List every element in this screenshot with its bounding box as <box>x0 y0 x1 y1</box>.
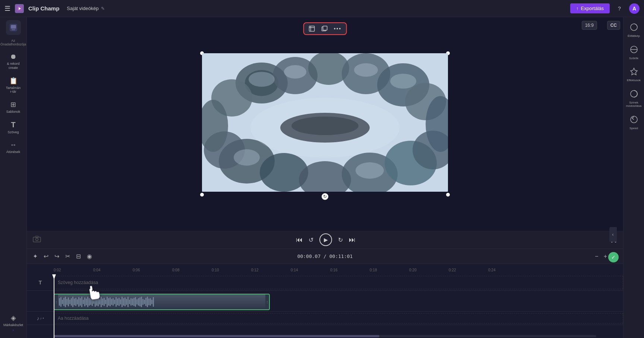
sidebar-item-transitions[interactable]: ↔ Átünések <box>2 138 25 157</box>
text-label: Szöveg <box>7 130 19 134</box>
cc-badge[interactable]: CC <box>607 21 620 30</box>
waveform-bar <box>65 297 66 307</box>
timeline-tracks: T Szöveg hozzáadása ⋮ <box>27 274 623 338</box>
cut-button[interactable]: ✂ <box>64 252 72 261</box>
right-sidebar: Élőlátkép Szűrők Effektusok <box>623 17 644 338</box>
undo-button[interactable]: ↩ <box>42 252 50 261</box>
audio-track-add-label: Aa hozzáadása <box>58 316 89 321</box>
waveform-bar <box>83 300 84 304</box>
waveform-bar <box>68 297 69 306</box>
playback-left <box>33 236 41 244</box>
audio-track-label: ♪ ♪ • <box>27 315 54 321</box>
screenshot-button[interactable] <box>33 236 41 244</box>
clip-handle-right[interactable]: ⋮ <box>265 294 269 309</box>
delete-button[interactable]: ⊟ <box>75 252 82 261</box>
forward-button[interactable]: ↻ <box>338 236 343 243</box>
edit-project-name-icon[interactable]: ✎ <box>101 6 105 11</box>
skip-forward-button[interactable]: ⏭ <box>349 236 356 244</box>
clip-waveform <box>58 294 265 309</box>
timeline-toolbar: ✦ ↩ ↪ ✂ ⊟ ◉ 00:00.07 / 00:11:01 − + ⤢ ✓ <box>27 249 623 264</box>
waveform-bar <box>60 297 61 307</box>
playhead[interactable] <box>54 274 54 338</box>
waveform-bar <box>121 297 123 307</box>
waveform-bars <box>58 294 265 309</box>
sidebar-item-record[interactable]: ⏺ & rekordcreate <box>2 50 25 73</box>
waveform-bar <box>110 297 111 306</box>
handle-bottom-left[interactable] <box>200 193 204 197</box>
menu-icon[interactable]: ☰ <box>4 4 10 13</box>
scrollbar-thumb[interactable] <box>54 335 379 337</box>
effects-icon <box>630 23 638 33</box>
video-canvas <box>202 53 448 192</box>
play-button[interactable]: ▶ <box>319 233 332 246</box>
right-panel-speed[interactable]: Speed <box>625 112 643 133</box>
audio-track-content[interactable]: Aa hozzáadása <box>54 313 623 323</box>
crop-button[interactable] <box>307 25 317 33</box>
help-button[interactable]: ? <box>614 3 625 14</box>
video-preview: 16:9 CC ••• <box>27 17 623 231</box>
export-button[interactable]: ↑ Exportálás <box>570 3 610 13</box>
sidebar-item-templates[interactable]: ⊞ Sablonok <box>2 98 25 117</box>
collapse-panel-button[interactable]: ‹ <box>609 227 617 242</box>
speed-label: Speed <box>629 127 638 130</box>
brand-label: Márkakészlet <box>3 323 23 327</box>
topbar: ☰ Clip Champ Saját videókép ✎ ↑ Exportál… <box>0 0 644 17</box>
transitions-label: Átünések <box>6 150 20 154</box>
waveform-bar <box>120 299 121 304</box>
magic-button[interactable]: ✦ <box>31 252 39 261</box>
sidebar-item-media[interactable] <box>6 20 21 35</box>
rewind-button[interactable]: ↺ <box>309 236 313 243</box>
left-sidebar: Az Ónadathordozója ⏺ & rekordcreate 📋 Ta… <box>0 17 27 338</box>
zoom-out-button[interactable]: − <box>593 252 600 261</box>
redo-button[interactable]: ↪ <box>53 252 61 261</box>
timeline-check: ✓ <box>608 252 619 262</box>
record-icon: ⏺ <box>10 53 17 61</box>
playback-center: ⏮ ↺ ▶ ↻ ⏭ <box>296 233 356 246</box>
sidebar-item-brand[interactable]: ◈ Márkakészlet › <box>2 311 25 335</box>
record-label: & rekordcreate <box>7 62 19 70</box>
playback-controls: ⏮ ↺ ▶ ↻ ⏭ ⛶ <box>27 231 623 249</box>
timeline-scrollbar[interactable] <box>27 334 623 338</box>
zoom-in-button[interactable]: + <box>602 252 609 261</box>
text-track-content[interactable]: Szöveg hozzáadása <box>54 276 623 289</box>
waveform-bar <box>130 298 132 306</box>
project-name[interactable]: Saját videókép ✎ <box>67 6 104 11</box>
avatar[interactable]: A <box>629 3 640 14</box>
waveform-bar <box>74 299 75 305</box>
text-track-add-label: Szöveg hozzáadása <box>58 280 98 285</box>
clip-handle-left[interactable]: ⋮ <box>54 294 58 309</box>
waveform-bar <box>151 300 152 304</box>
waveform-bar <box>69 300 70 304</box>
handle-bottom-right[interactable] <box>446 193 450 197</box>
text-track-label: T <box>27 280 54 286</box>
right-panel-effects[interactable]: Élőlátkép <box>625 20 643 41</box>
svg-rect-3 <box>11 25 16 29</box>
duplicate-button[interactable] <box>320 25 329 33</box>
speed-icon <box>630 115 638 125</box>
waveform-bar <box>92 298 93 306</box>
svg-point-30 <box>249 72 275 87</box>
waveform-bar <box>150 298 151 306</box>
templates-icon: ⊞ <box>10 101 16 109</box>
waveform-bar <box>90 299 91 305</box>
waveform-bar <box>99 299 100 304</box>
waveform-bar <box>126 299 127 305</box>
capture-button[interactable]: ◉ <box>85 252 94 261</box>
sidebar-item-content[interactable]: 📋 Tartalmánr-tár <box>2 74 25 97</box>
waveform-bar <box>117 299 118 305</box>
more-options-button[interactable]: ••• <box>332 25 343 32</box>
aspect-ratio-badge[interactable]: 16:9 <box>582 21 597 30</box>
right-panel-filters[interactable]: Szűrők <box>625 42 643 63</box>
waveform-bar <box>153 297 154 307</box>
right-panel-colors[interactable]: Színekmódosítása <box>625 87 643 111</box>
video-clip[interactable]: ⋮ <box>54 294 270 310</box>
waveform-bar <box>62 300 63 304</box>
filters-icon <box>630 45 638 55</box>
sidebar-item-text[interactable]: T Szöveg <box>2 118 25 137</box>
skip-back-button[interactable]: ⏮ <box>296 236 303 244</box>
rotation-handle[interactable]: ↻ <box>322 193 328 200</box>
right-panel-fx[interactable]: Effektusok <box>625 64 643 85</box>
waveform-bar <box>93 300 94 304</box>
media-label: Az Ónadathordozója <box>0 39 26 46</box>
waveform-bar <box>107 297 108 307</box>
